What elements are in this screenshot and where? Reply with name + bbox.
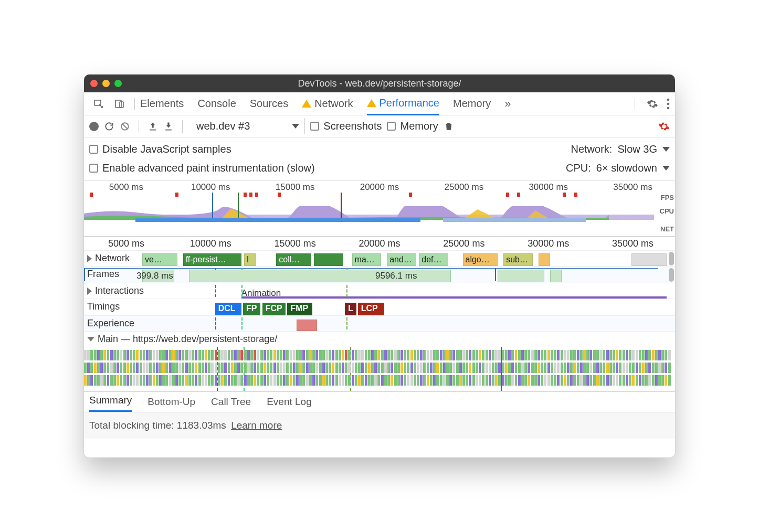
chevron-down-icon	[662, 166, 670, 171]
track-main-flamechart[interactable]	[84, 347, 675, 391]
tab-console[interactable]: Console	[197, 93, 236, 114]
paint-instrumentation-checkbox[interactable]: Enable advanced paint instrumentation (s…	[89, 162, 315, 174]
titlebar[interactable]: DevTools - web.dev/persistent-storage/	[84, 75, 675, 92]
track-timings[interactable]: Timings DCLFPFCPFMPLLCP	[84, 299, 675, 315]
network-request-chip[interactable]: sub…	[503, 253, 533, 266]
network-request-chip[interactable]	[539, 253, 550, 266]
scrollbar-thumb[interactable]	[669, 268, 674, 282]
track-network[interactable]: Network ve…ff-persist…lcoll…ma…and…def…a…	[84, 250, 675, 266]
clear-icon[interactable]	[120, 121, 130, 132]
frame-duration: 9596.1 ms	[375, 271, 417, 281]
network-request-chip[interactable]: and…	[387, 253, 416, 266]
warning-icon	[302, 100, 311, 108]
load-profile-icon[interactable]	[147, 121, 158, 132]
network-request-chip[interactable]	[314, 253, 343, 266]
trash-icon[interactable]	[444, 121, 454, 132]
performance-toolbar: web.dev #3 Screenshots Memory	[84, 115, 675, 137]
network-value: Slow 3G	[617, 143, 657, 155]
tab-network[interactable]: Network	[302, 93, 353, 114]
overview-lane-labels: FPSCPUNET	[660, 194, 674, 235]
detail-tab-calltree[interactable]: Call Tree	[211, 392, 251, 412]
tab-elements[interactable]: Elements	[140, 93, 184, 114]
devtools-tabbar: Elements Console Sources Network Perform…	[84, 92, 675, 115]
svg-rect-1	[115, 100, 121, 108]
timing-marker-dcl[interactable]: DCL	[215, 303, 241, 315]
cpu-throttle-select[interactable]: CPU: 6× slowdown	[549, 158, 670, 177]
flamechart-ruler[interactable]: 5000 ms10000 ms15000 ms 20000 ms25000 ms…	[84, 237, 675, 250]
save-profile-icon[interactable]	[163, 121, 174, 132]
kebab-menu-icon[interactable]	[667, 98, 670, 110]
scrollbar-thumb[interactable]	[669, 252, 674, 265]
tab-memory[interactable]: Memory	[453, 93, 491, 114]
disable-js-checkbox[interactable]: Disable JavaScript samples	[89, 143, 231, 155]
track-experience[interactable]: Experience	[84, 315, 675, 331]
tab-sources[interactable]: Sources	[250, 93, 288, 114]
timing-marker-fp[interactable]: FP	[243, 303, 260, 315]
timeline-overview[interactable]: 5000 ms10000 ms15000 ms 20000 ms25000 ms…	[84, 181, 675, 237]
memory-label: Memory	[400, 120, 438, 132]
network-request-chip[interactable]: coll…	[276, 253, 311, 266]
paint-label: Enable advanced paint instrumentation (s…	[102, 162, 315, 174]
checkbox-icon	[89, 145, 98, 154]
disable-js-label: Disable JavaScript samples	[102, 143, 231, 155]
capture-settings-icon[interactable]	[658, 121, 670, 132]
timing-marker-fcp[interactable]: FCP	[262, 303, 286, 315]
timing-marker-l[interactable]: L	[345, 303, 356, 315]
disclosure-icon[interactable]	[87, 337, 94, 342]
chevron-down-icon	[662, 147, 670, 152]
reload-icon[interactable]	[104, 121, 114, 132]
learn-more-link[interactable]: Learn more	[231, 420, 282, 431]
tbt-value: 1183.03ms	[177, 420, 226, 431]
overview-minimap[interactable]	[84, 193, 654, 222]
track-interactions[interactable]: Interactions Animation	[84, 283, 675, 299]
overview-ticks: 5000 ms10000 ms15000 ms 20000 ms25000 ms…	[84, 182, 675, 193]
tab-network-label: Network	[314, 98, 353, 110]
divider	[182, 120, 183, 133]
checkbox-icon	[310, 122, 319, 131]
detail-tabs: Summary Bottom-Up Call Tree Event Log	[84, 391, 675, 412]
profile-select[interactable]: web.dev #3	[191, 118, 305, 134]
timing-marker-lcp[interactable]: LCP	[358, 303, 384, 315]
detail-tab-eventlog[interactable]: Event Log	[267, 392, 312, 412]
window-title: DevTools - web.dev/persistent-storage/	[84, 78, 675, 89]
track-frames[interactable]: Frames 399.8 ms 9596.1 ms	[84, 266, 675, 283]
record-icon[interactable]	[89, 122, 99, 131]
detail-tab-bottomup[interactable]: Bottom-Up	[147, 392, 195, 412]
memory-checkbox[interactable]: Memory	[387, 120, 438, 132]
warning-icon	[367, 99, 376, 107]
svg-point-5	[667, 107, 670, 109]
checkbox-icon	[387, 122, 396, 131]
track-main-label: Main — https://web.dev/persistent-storag…	[98, 334, 277, 345]
track-main-header[interactable]: Main — https://web.dev/persistent-storag…	[84, 331, 675, 347]
profile-select-value: web.dev #3	[196, 120, 250, 132]
screenshots-label: Screenshots	[323, 120, 382, 132]
network-request-chip[interactable]: l	[244, 253, 256, 266]
tab-performance[interactable]: Performance	[367, 92, 440, 115]
network-label: Network:	[571, 143, 613, 155]
tbt-label: Total blocking time:	[89, 420, 177, 431]
network-request-chip[interactable]: ma…	[352, 253, 382, 266]
cpu-value: 6× slowdown	[596, 162, 657, 174]
inspect-element-icon[interactable]	[89, 95, 108, 112]
screenshots-checkbox[interactable]: Screenshots	[310, 120, 382, 132]
summary-panel: Total blocking time: 1183.03ms Learn mor…	[84, 412, 675, 439]
timing-marker-fmp[interactable]: FMP	[287, 303, 312, 315]
network-throttle-select[interactable]: Network: Slow 3G	[549, 140, 670, 158]
gear-icon[interactable]	[647, 98, 658, 110]
network-request-chip[interactable]: algo…	[463, 253, 498, 266]
more-tabs-icon[interactable]: »	[504, 97, 511, 111]
detail-tab-summary[interactable]: Summary	[89, 390, 132, 412]
device-toolbar-icon[interactable]	[110, 95, 129, 112]
svg-point-4	[667, 102, 670, 105]
divider	[139, 120, 139, 133]
cpu-label: CPU:	[566, 162, 591, 174]
divider	[635, 98, 635, 110]
network-request-chip[interactable]: def…	[419, 253, 448, 266]
experience-block[interactable]	[297, 320, 317, 331]
network-request-chip[interactable]: ff-persist…	[183, 253, 241, 266]
chevron-down-icon	[292, 124, 299, 129]
tab-performance-label: Performance	[380, 97, 440, 109]
flamechart-tracks[interactable]: Network ve…ff-persist…lcoll…ma…and…def…a…	[84, 250, 675, 391]
network-request-chip[interactable]	[631, 253, 667, 266]
network-request-chip[interactable]: ve…	[142, 253, 177, 266]
